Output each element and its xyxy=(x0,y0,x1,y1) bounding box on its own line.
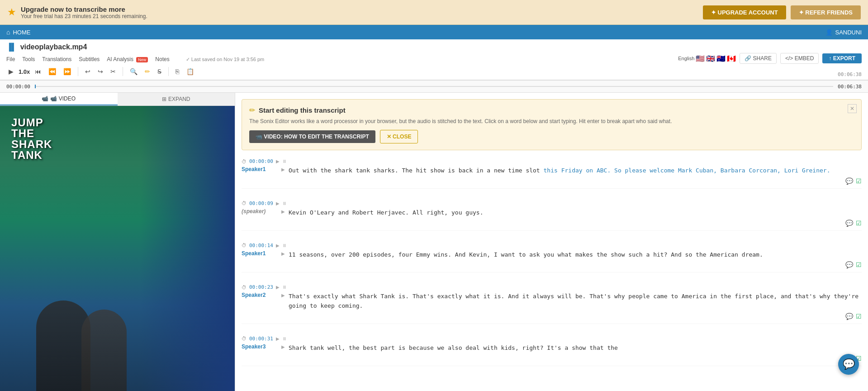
banner-left: ★ Upgrade now to transcribe more Your fr… xyxy=(7,5,147,19)
play-1[interactable]: ▶ xyxy=(276,159,280,164)
play-5[interactable]: ▶ xyxy=(276,336,280,341)
video-frame: JUMPTHESHARKTANK xyxy=(0,106,235,391)
tab-tools[interactable]: Tools xyxy=(22,55,35,63)
pause-5[interactable]: ⏸ xyxy=(282,336,287,341)
banner-subtitle: Your free trial has 23 minutes 21 second… xyxy=(21,13,147,19)
transcript-entry-4: ⏱ 00:00:23 ▶ ⏸ Speaker2 ▶ That's exactly… xyxy=(242,281,862,324)
entry-1-speaker-row: Speaker1 ▶ Out with the shark tank shark… xyxy=(242,166,862,176)
timestamp-2[interactable]: 00:00:09 xyxy=(249,200,273,206)
paste-button[interactable]: 📋 xyxy=(184,67,196,76)
nav-right: 👤 SANDUNI xyxy=(825,29,862,36)
expand-tab[interactable]: ⊞ EXPAND xyxy=(118,93,235,105)
speaker-3-name[interactable]: Speaker1 xyxy=(242,250,278,257)
timeline-track[interactable] xyxy=(35,86,833,87)
skip-back-button[interactable]: ⏪ xyxy=(46,67,58,76)
video-tab[interactable]: 📹 📹 VIDEO xyxy=(0,93,118,105)
comment-icon-4[interactable]: 💬 xyxy=(845,313,853,320)
entry-4-actions: 💬 ☑ xyxy=(242,313,862,320)
banner-close-x-button[interactable]: ✕ xyxy=(848,104,857,113)
tab-ai-analysis[interactable]: AI Analysis New xyxy=(107,55,148,63)
star-icon: ★ xyxy=(7,6,16,18)
speaker-2-name[interactable]: (speaker) xyxy=(242,208,278,215)
waveform-icon: ▐▌ xyxy=(6,43,17,51)
pause-3[interactable]: ⏸ xyxy=(282,243,287,248)
video-how-to-button[interactable]: 📹 VIDEO: HOW TO EDIT THE TRANSCRIPT xyxy=(249,130,375,143)
check-icon-1[interactable]: ☑ xyxy=(856,177,862,185)
transcript-entry-5: ⏱ 00:00:31 ▶ ⏸ Speaker3 ▶ Shark tank wel… xyxy=(242,332,862,366)
tab-notes[interactable]: Notes xyxy=(155,55,169,63)
top-banner: ★ Upgrade now to transcribe more Your fr… xyxy=(0,0,868,25)
pause-4[interactable]: ⏸ xyxy=(282,285,287,290)
speaker-4-arrow[interactable]: ▶ xyxy=(281,293,285,298)
language-selector[interactable]: English 🇺🇸 🇬🇧 🇦🇺 🇨🇦 xyxy=(678,54,736,63)
upgrade-account-button[interactable]: ✦ UPGRADE ACCOUNT xyxy=(703,5,786,19)
play-4[interactable]: ▶ xyxy=(276,285,280,290)
speaker-5-arrow[interactable]: ▶ xyxy=(281,344,285,349)
entry-2-speaker-row: (speaker) ▶ Kevin O'Leary and Robert Her… xyxy=(242,208,862,218)
expand-icon: ⊞ xyxy=(162,96,166,102)
entry-5-header: ⏱ 00:00:31 ▶ ⏸ xyxy=(242,336,862,342)
pause-2[interactable]: ⏸ xyxy=(282,201,287,206)
chat-bubble-button[interactable]: 💬 xyxy=(838,354,859,375)
flag-au: 🇦🇺 xyxy=(716,54,726,63)
save-status: ✓ Last saved on Nov 19 at 3:56 pm xyxy=(186,57,265,62)
video-text-overlay: JUMPTHESHARKTANK xyxy=(11,117,52,161)
strikethrough-button[interactable]: S̶ xyxy=(155,67,164,76)
home-link[interactable]: HOME xyxy=(13,29,30,36)
tab-subtitles[interactable]: Subtitles xyxy=(79,55,100,63)
copy-button[interactable]: ⎘ xyxy=(173,67,181,76)
tab-file[interactable]: File xyxy=(6,55,15,63)
edit-banner-description: The Sonix Editor works like a word proce… xyxy=(249,118,854,124)
comment-icon-1[interactable]: 💬 xyxy=(845,177,853,185)
embed-button[interactable]: </> EMBED xyxy=(780,53,819,64)
search-button[interactable]: 🔍 xyxy=(128,67,140,76)
comment-icon-3[interactable]: 💬 xyxy=(845,261,853,268)
entry-5-text[interactable]: Shark tank well, the best part is becaus… xyxy=(289,343,862,353)
play-button[interactable]: ▶ xyxy=(6,67,16,76)
toolbar-controls: ▶ 1.0x ⏮ ⏪ ⏩ ↩ ↪ ✂ 🔍 ✏ S̶ ⎘ 📋 00:06:38 xyxy=(6,64,862,79)
entry-3-text[interactable]: 11 seasons, over 200 episodes, four Emmy… xyxy=(289,250,862,260)
timestamp-1[interactable]: 00:00:00 xyxy=(249,158,273,164)
nav-left: ⌂ HOME xyxy=(6,29,30,36)
timestamp-4[interactable]: 00:00:23 xyxy=(249,284,273,290)
comment-icon-2[interactable]: 💬 xyxy=(845,219,853,227)
speaker-5-name[interactable]: Speaker3 xyxy=(242,343,278,350)
transcript-entry-2: ⏱ 00:00:09 ▶ ⏸ (speaker) ▶ Kevin O'Leary… xyxy=(242,197,862,231)
timestamp-5[interactable]: 00:00:31 xyxy=(249,336,273,342)
rewind-button[interactable]: ⏮ xyxy=(33,67,43,76)
export-button[interactable]: ↑ EXPORT xyxy=(822,53,862,63)
entry-3-actions: 💬 ☑ xyxy=(242,261,862,268)
play-2[interactable]: ▶ xyxy=(276,201,280,206)
speaker-1-arrow[interactable]: ▶ xyxy=(281,167,285,172)
close-button[interactable]: ✕ CLOSE xyxy=(380,130,418,143)
pause-1[interactable]: ⏸ xyxy=(282,159,287,164)
redo-button[interactable]: ↪ xyxy=(95,67,105,76)
timestamp-3[interactable]: 00:00:14 xyxy=(249,243,273,248)
transcript-entry-3: ⏱ 00:00:14 ▶ ⏸ Speaker1 ▶ 11 seasons, ov… xyxy=(242,239,862,273)
check-icon-3[interactable]: ☑ xyxy=(856,261,862,268)
play-3[interactable]: ▶ xyxy=(276,243,280,248)
tab-translations[interactable]: Translations xyxy=(42,55,71,63)
speaker-3-arrow[interactable]: ▶ xyxy=(281,251,285,256)
video-right-bg xyxy=(141,106,235,391)
entry-1-text[interactable]: Out with the shark tank sharks. The hit … xyxy=(289,166,862,176)
check-icon-4[interactable]: ☑ xyxy=(856,313,862,320)
cut-button[interactable]: ✂ xyxy=(108,67,118,76)
timestamp-icon-4: ⏱ xyxy=(242,285,247,290)
pencil-icon: ✏ xyxy=(249,106,255,114)
undo-button[interactable]: ↩ xyxy=(83,67,93,76)
video-tab-label: 📹 VIDEO xyxy=(50,95,76,102)
check-icon-2[interactable]: ☑ xyxy=(856,219,862,227)
banner-right: ✦ UPGRADE ACCOUNT ✦ REFER FRIENDS xyxy=(703,5,861,19)
entry-2-text[interactable]: Kevin O'Leary and Robert Herjavec. All r… xyxy=(289,208,862,218)
skip-forward-button[interactable]: ⏩ xyxy=(61,67,73,76)
speaker-2-arrow[interactable]: ▶ xyxy=(281,209,285,214)
highlight-button[interactable]: ✏ xyxy=(142,67,152,76)
refer-friends-button[interactable]: ✦ REFER FRIENDS xyxy=(791,5,861,19)
speaker-1-name[interactable]: Speaker1 xyxy=(242,166,278,172)
edit-banner-actions: 📹 VIDEO: HOW TO EDIT THE TRANSCRIPT ✕ CL… xyxy=(249,130,854,143)
speaker-4-name[interactable]: Speaker2 xyxy=(242,292,278,298)
entry-4-text[interactable]: That's exactly what Shark Tank is. That'… xyxy=(289,292,862,311)
main-layout: 📹 📹 VIDEO ⊞ EXPAND JUMPTHESHARKTANK xyxy=(0,93,868,391)
share-button[interactable]: 🔗 SHARE xyxy=(740,53,777,64)
